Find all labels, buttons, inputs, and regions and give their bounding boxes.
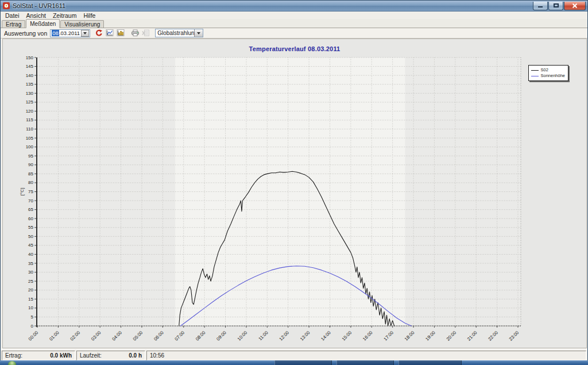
y-tick-label: 80 xyxy=(28,180,33,185)
y-tick-label: 40 xyxy=(28,252,33,257)
y-tick-label: 140 xyxy=(26,73,34,78)
y-tick-label: 30 xyxy=(28,270,33,275)
menu-item-ansicht[interactable]: Ansicht xyxy=(24,12,49,19)
y-tick-label: 105 xyxy=(26,136,34,141)
y-tick-label: 75 xyxy=(28,189,33,194)
tab-messdaten[interactable]: Meßdaten xyxy=(26,19,60,28)
channel-select-value: Globalstrahlung xyxy=(156,30,194,36)
chart-title: Temperaturverlauf 08.03.2011 xyxy=(3,45,586,52)
x-tick-label: 23:00 xyxy=(508,330,520,342)
x-tick-label: 12:00 xyxy=(278,330,291,342)
clock-value: 10:56 xyxy=(150,352,164,359)
y-tick-label: 130 xyxy=(26,91,34,96)
x-tick-label: 05:00 xyxy=(132,330,144,342)
y-tick-label: 50 xyxy=(28,234,33,239)
x-tick-label: 15:00 xyxy=(341,330,353,342)
print-icon[interactable] xyxy=(130,29,140,37)
y-tick-label: 120 xyxy=(26,109,34,114)
minimize-icon xyxy=(538,6,543,7)
statusbar-laufzeit: Laufzeit: 0.0 h xyxy=(76,351,145,360)
x-tick-label: 22:00 xyxy=(487,330,499,342)
menubar: Datei Ansicht Zeitraum Hilfe xyxy=(1,11,587,19)
y-tick-label: 25 xyxy=(28,279,33,284)
x-tick-label: 01:00 xyxy=(48,330,60,342)
x-tick-label: 13:00 xyxy=(299,330,311,342)
menu-item-datei[interactable]: Datei xyxy=(2,12,22,19)
refresh-icon[interactable] xyxy=(94,29,103,37)
y-axis-label: [°C] xyxy=(20,188,25,195)
app-icon xyxy=(2,2,10,10)
menu-item-hilfe[interactable]: Hilfe xyxy=(80,12,98,19)
laufzeit-value: 0.0 h xyxy=(129,352,142,359)
x-tick-label: 21:00 xyxy=(466,330,478,342)
y-tick-label: 10 xyxy=(28,305,33,310)
y-tick-label: 90 xyxy=(28,162,33,167)
y-tick-label: 95 xyxy=(28,153,33,159)
menu-item-zeitraum[interactable]: Zeitraum xyxy=(50,12,79,19)
x-tick-label: 18:00 xyxy=(404,330,416,342)
y-tick-label: 70 xyxy=(28,198,33,203)
x-tick-label: 10:00 xyxy=(237,330,249,342)
statusbar: Ertrag: 0.0 kWh Laufzeit: 0.0 h 10:56 xyxy=(1,349,587,361)
y-tick-label: 0 xyxy=(31,324,34,329)
y-tick-label: 85 xyxy=(28,171,33,176)
y-tick-label: 20 xyxy=(28,287,33,293)
y-tick-label: 135 xyxy=(26,82,34,87)
x-tick-label: 19:00 xyxy=(424,330,436,342)
y-tick-label: 45 xyxy=(28,243,33,248)
chevron-down-icon xyxy=(197,32,200,34)
y-tick-label: 65 xyxy=(28,207,33,212)
bar-chart-icon[interactable] xyxy=(116,29,125,37)
x-tick-label: 04:00 xyxy=(111,330,123,342)
close-button[interactable] xyxy=(564,2,586,10)
maximize-button[interactable] xyxy=(548,2,563,10)
minimize-button[interactable] xyxy=(533,2,548,10)
laufzeit-label: Laufzeit: xyxy=(80,352,102,359)
toolbar: Auswertung von 08.03.2011 xyxy=(1,28,587,39)
window-title: SolStat - UVR1611 xyxy=(13,2,65,9)
taskbar-button[interactable] xyxy=(336,360,394,365)
tabstrip: Ertrag Meßdaten Visualisierung xyxy=(1,19,587,28)
taskbar-button[interactable] xyxy=(274,360,332,365)
excel-export-icon xyxy=(141,29,150,37)
taskbar[interactable] xyxy=(0,360,588,365)
temperature-chart: 0510152025303540455055606570758085909510… xyxy=(3,39,587,349)
y-tick-label: 110 xyxy=(26,126,33,132)
date-selected-part: 08 xyxy=(52,30,59,36)
app-window: SolStat - UVR1611 Datei Ansicht Zeitraum… xyxy=(0,0,588,360)
date-dropdown-button[interactable] xyxy=(81,30,89,37)
legend-item: Sonnenhöhe xyxy=(531,73,565,79)
chart-panel: 0510152025303540455055606570758085909510… xyxy=(2,39,587,348)
tab-ertrag[interactable]: Ertrag xyxy=(2,20,25,28)
ertrag-label: Ertrag: xyxy=(5,352,22,359)
chart-legend: S02 Sonnenhöhe xyxy=(528,65,568,81)
start-orb-icon[interactable] xyxy=(8,361,16,365)
x-tick-label: 02:00 xyxy=(69,330,82,342)
x-tick-label: 07:00 xyxy=(174,330,186,342)
x-tick-label: 00:00 xyxy=(28,330,40,342)
legend-item: S02 xyxy=(531,67,565,73)
channel-select-arrow[interactable] xyxy=(194,29,203,37)
y-tick-label: 145 xyxy=(26,64,34,69)
ertrag-value: 0.0 kWh xyxy=(50,352,72,359)
legend-line-s02 xyxy=(531,70,539,71)
chevron-down-icon xyxy=(83,32,87,34)
y-tick-label: 115 xyxy=(26,117,33,122)
y-tick-label: 55 xyxy=(28,225,33,230)
date-picker[interactable]: 08.03.2011 xyxy=(50,29,90,37)
y-tick-label: 150 xyxy=(26,55,34,60)
legend-label: S02 xyxy=(540,67,548,73)
window-controls xyxy=(532,2,586,10)
taskbar-button[interactable] xyxy=(399,360,462,365)
line-chart-icon[interactable] xyxy=(105,29,114,37)
tab-visualisierung[interactable]: Visualisierung xyxy=(60,20,104,28)
channel-select[interactable]: Globalstrahlung xyxy=(155,29,203,37)
date-rest-part: .03.2011 xyxy=(59,30,80,36)
y-tick-label: 15 xyxy=(28,297,33,302)
x-tick-label: 20:00 xyxy=(446,330,458,342)
y-tick-label: 125 xyxy=(26,99,34,105)
x-tick-label: 17:00 xyxy=(383,330,395,342)
close-icon xyxy=(572,3,578,9)
titlebar[interactable]: SolStat - UVR1611 xyxy=(1,1,587,11)
maximize-icon xyxy=(554,3,559,7)
